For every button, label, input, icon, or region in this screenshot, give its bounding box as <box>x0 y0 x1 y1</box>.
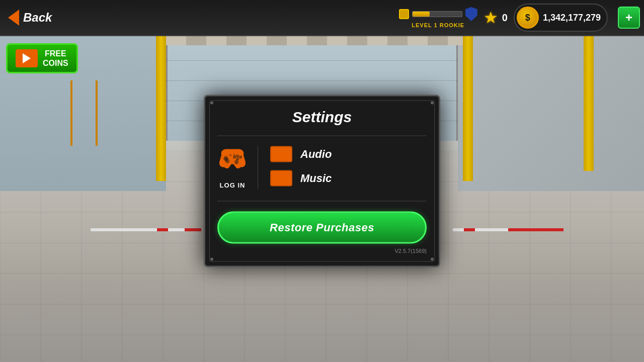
back-label: Back <box>23 11 52 25</box>
svg-point-9 <box>234 160 238 164</box>
barrier-right <box>453 228 564 231</box>
free-coins-button[interactable]: FREECOINS <box>6 43 78 73</box>
barrier-left <box>91 228 201 231</box>
add-coins-button[interactable]: + <box>618 7 640 29</box>
svg-point-6 <box>229 154 231 156</box>
svg-point-2 <box>236 155 239 158</box>
audio-toggle[interactable] <box>270 146 292 162</box>
music-row: Music <box>270 170 427 187</box>
music-toggle[interactable] <box>270 170 292 187</box>
settings-dialog: Settings <box>204 95 440 267</box>
version-text: V2.5.7(1569) <box>217 248 427 254</box>
corner-dot-tl <box>210 102 213 105</box>
back-button[interactable]: Back <box>4 8 56 28</box>
stars-section: ★ 0 <box>484 8 508 27</box>
xp-coin-icon <box>399 9 409 19</box>
audio-row: Audio <box>270 146 427 162</box>
rank-shield-icon <box>465 7 477 21</box>
restore-purchases-button[interactable]: Restore Purchases <box>217 212 427 244</box>
coin-amount: 1,342,177,279 <box>543 13 601 23</box>
svg-point-8 <box>225 159 229 163</box>
coin-icon: $ <box>517 7 539 29</box>
coins-section: $ 1,342,177,279 <box>514 4 608 32</box>
topbar: Back LEVEL 1 ROOKIE ★ 0 $ 1,342,177,279 … <box>0 0 644 36</box>
dollar-symbol: $ <box>525 13 530 23</box>
star-icon: ★ <box>484 8 498 27</box>
corner-dot-bl <box>210 258 213 261</box>
login-label: LOG IN <box>220 182 246 189</box>
corner-dot-br <box>431 258 434 261</box>
login-section[interactable]: LOG IN <box>217 146 258 189</box>
level-progress-bar <box>412 11 462 17</box>
free-coins-label: FREECOINS <box>43 49 68 68</box>
play-icon <box>23 53 31 63</box>
back-arrow-icon <box>8 10 19 26</box>
music-label: Music <box>300 172 332 185</box>
level-section: LEVEL 1 ROOKIE <box>399 7 477 28</box>
level-text: LEVEL 1 ROOKIE <box>412 22 464 28</box>
toggle-list: Audio Music <box>270 146 427 187</box>
controller-icon <box>217 146 248 177</box>
plus-icon: + <box>625 11 632 25</box>
corner-dot-tr <box>431 102 434 105</box>
video-icon <box>16 49 38 67</box>
settings-title: Settings <box>217 109 427 126</box>
level-bar-fill <box>413 12 430 17</box>
svg-point-4 <box>239 156 242 159</box>
settings-content: LOG IN Audio Music <box>217 146 427 189</box>
wall-right <box>458 30 644 191</box>
beam-left <box>156 30 166 181</box>
settings-divider-bottom <box>217 201 427 202</box>
beam-right-1 <box>463 30 473 181</box>
scaffolding <box>65 80 106 146</box>
beam-right-2 <box>584 30 594 171</box>
svg-point-7 <box>233 154 235 156</box>
settings-divider-top <box>217 136 427 136</box>
star-count: 0 <box>502 12 508 24</box>
audio-label: Audio <box>300 148 332 161</box>
